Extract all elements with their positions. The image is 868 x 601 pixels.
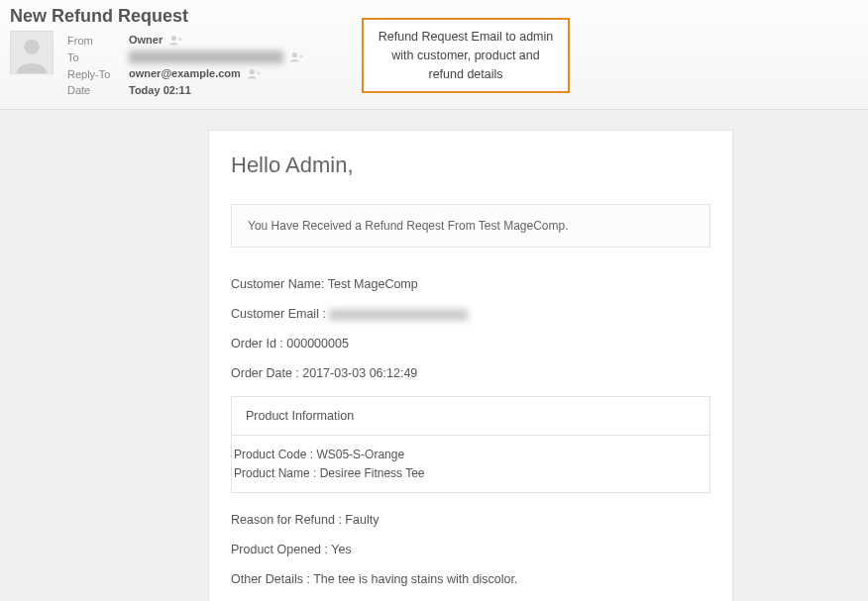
email-header: New Refund Request From Owner To ███████…	[0, 0, 868, 110]
other-details-line: Other Details : The tee is having stains…	[231, 572, 710, 586]
product-info-box: Product Information Product Code : WS05-…	[231, 396, 710, 492]
opened-line: Product Opened : Yes	[231, 543, 710, 556]
date-label: Date	[67, 83, 127, 97]
greeting: Hello Admin,	[231, 152, 710, 178]
date-value: Today 02:11	[129, 83, 304, 97]
replyto-label: Reply-To	[67, 66, 127, 81]
customer-name-line: Customer Name: Test MageComp	[231, 277, 710, 291]
add-contact-icon[interactable]	[248, 68, 262, 80]
product-name-line: Product Name : Desiree Fitness Tee	[234, 464, 707, 483]
svg-point-3	[250, 69, 255, 74]
to-label: To	[67, 50, 127, 64]
reason-line: Reason for Refund : Faulty	[231, 513, 710, 527]
replyto-value: owner@example.com	[129, 66, 304, 81]
email-body-area: Hello Admin, You Have Received a Refund …	[0, 110, 868, 601]
notice-box: You Have Received a Refund Reqest From T…	[231, 204, 710, 248]
svg-point-2	[292, 52, 297, 57]
email-card: Hello Admin, You Have Received a Refund …	[208, 130, 733, 601]
order-date-line: Order Date : 2017-03-03 06:12:49	[231, 366, 710, 380]
product-code-line: Product Code : WS05-S-Orange	[234, 446, 707, 464]
product-info-heading: Product Information	[232, 397, 709, 436]
svg-point-0	[24, 40, 39, 54]
add-contact-icon[interactable]	[169, 35, 183, 47]
svg-point-1	[171, 36, 176, 41]
annotation-callout: Refund Request Email to admin with custo…	[362, 18, 570, 93]
redacted-email	[329, 309, 468, 321]
order-id-line: Order Id : 000000005	[231, 337, 710, 351]
add-contact-icon[interactable]	[290, 51, 304, 63]
from-value: Owner	[129, 33, 304, 48]
from-label: From	[67, 33, 127, 48]
to-value: ████████████████████	[129, 50, 304, 64]
customer-email-line: Customer Email :	[231, 307, 710, 321]
avatar	[10, 31, 54, 74]
